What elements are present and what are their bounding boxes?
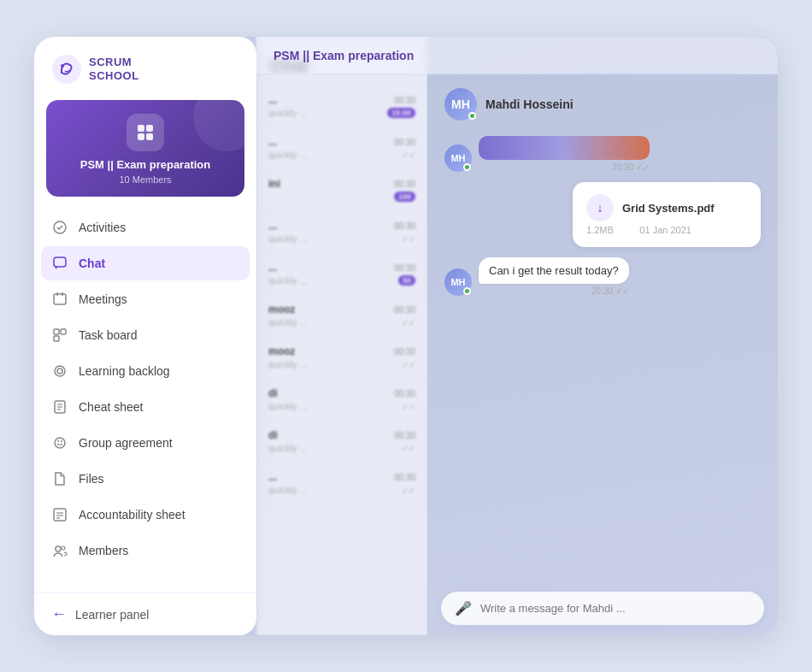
taskboard-icon	[51, 327, 68, 344]
chat-label: Chat	[79, 256, 105, 270]
svg-rect-8	[54, 294, 66, 304]
agreement-label: Group agreement	[79, 436, 173, 450]
sidebar-item-activities[interactable]: Activities	[41, 210, 250, 245]
sidebar-item-cheatsheet[interactable]: Cheat sheet	[41, 390, 250, 424]
group-members: 10 Members	[119, 174, 171, 185]
message-time-2: 20:30 ✓✓	[479, 286, 629, 296]
text-message-row: MH Can i get the result today? 20:30 ✓✓	[444, 257, 761, 296]
sidebar-item-members[interactable]: Members	[41, 533, 250, 568]
chat-list-item[interactable]: ... 00:30 quickly ... 50	[256, 253, 427, 295]
chat-icon	[51, 255, 68, 272]
svg-point-27	[56, 546, 61, 551]
sidebar-item-agreement[interactable]: Group agreement	[41, 426, 250, 460]
recipient-avatar: MH	[444, 88, 477, 121]
learning-icon	[51, 363, 68, 380]
message-input-box: 🎤	[441, 592, 764, 625]
file-details: 1.2MB 01 Jan 2021	[586, 225, 747, 235]
file-size: 1.2MB	[586, 225, 614, 235]
activities-icon	[51, 219, 68, 236]
sender-avatar: MH	[444, 144, 472, 172]
svg-rect-4	[138, 133, 144, 140]
logo-icon	[51, 54, 82, 85]
chat-list-panel: Chat ... 00:30 quickly ... 15:00 ... 00:…	[256, 37, 427, 635]
group-card[interactable]: PSM || Exam preparation 10 Members	[46, 100, 244, 197]
cheatsheet-icon	[51, 398, 68, 416]
svg-point-28	[62, 546, 65, 550]
page-header: PSM || Exam preparation	[256, 37, 778, 74]
main-chat-area: MH Mahdi Hosseini MH 20:30 ✓✓	[427, 37, 778, 635]
message-text: Can i get the result today?	[489, 264, 619, 277]
members-label: Members	[79, 544, 128, 557]
message-input[interactable]	[480, 602, 750, 615]
svg-point-1	[61, 64, 64, 68]
chat-list-item[interactable]: di 00:30 quickly ... ✓✓	[256, 379, 427, 421]
taskboard-label: Task board	[79, 328, 137, 342]
chat-list-item[interactable]: mooz 00:30 quickly ... ✓✓	[256, 337, 427, 379]
app-container: ⋮⋮ ⋮⋮ PSM || Exam preparation SCRUMSCHOO…	[34, 37, 778, 635]
sidebar-item-meetings[interactable]: Meetings	[41, 282, 250, 316]
file-date: 01 Jan 2021	[639, 225, 691, 235]
chat-list-item[interactable]: di 00:30 quickly ... ✓✓	[256, 421, 427, 463]
card-bg-circle	[193, 100, 244, 151]
svg-rect-7	[54, 257, 66, 267]
mic-icon: 🎤	[455, 600, 472, 616]
chat-list-item[interactable]: ... 00:30 quickly ... ✓✓	[256, 127, 427, 169]
breadcrumb: PSM || Exam preparation	[274, 49, 414, 62]
cheatsheet-label: Cheat sheet	[79, 400, 144, 414]
svg-rect-3	[146, 125, 153, 132]
svg-rect-12	[61, 329, 66, 334]
chat-list-item[interactable]: ini 00:30 100	[256, 169, 427, 211]
download-icon[interactable]: ↓	[586, 194, 614, 221]
conversation-header: MH Mahdi Hosseini	[427, 74, 778, 127]
footer-label: Learner panel	[75, 608, 149, 622]
svg-rect-13	[54, 336, 59, 341]
group-icon	[135, 122, 156, 143]
nav-items-list: Activities Chat Meetings Task board	[34, 210, 256, 592]
back-arrow-icon: ←	[51, 605, 67, 623]
image-message-bubble: 20:30 ✓✓	[479, 136, 650, 172]
input-area: 🎤	[427, 581, 778, 635]
svg-point-20	[55, 438, 65, 448]
activities-label: Activities	[79, 221, 126, 234]
text-bubble: Can i get the result today?	[479, 257, 629, 284]
svg-rect-11	[54, 329, 59, 334]
recipient-name: Mahdi Hosseini	[485, 97, 574, 111]
messages-area: MH 20:30 ✓✓ ↓ Grid Syste	[427, 127, 778, 581]
meetings-label: Meetings	[79, 292, 127, 306]
accountability-label: Accountability sheet	[79, 508, 185, 522]
files-label: Files	[79, 472, 104, 486]
chat-list-item[interactable]: ... 00:30 quickly ... 15:00	[256, 85, 427, 127]
message-time: 20:30 ✓✓	[479, 162, 650, 172]
sidebar-item-learning[interactable]: Learning backlog	[41, 354, 250, 388]
svg-point-21	[57, 440, 59, 442]
members-icon	[51, 542, 68, 559]
file-bubble: ↓ Grid Systems.pdf 1.2MB 01 Jan 2021	[573, 182, 761, 247]
learning-label: Learning backlog	[79, 364, 170, 378]
online-dot-2	[463, 287, 471, 295]
online-indicator	[468, 112, 476, 120]
logo-area: SCRUMSCHOOL	[34, 37, 256, 93]
sender-avatar-2: MH	[444, 268, 472, 296]
svg-rect-2	[138, 125, 144, 132]
svg-rect-23	[54, 509, 66, 521]
sidebar-item-taskboard[interactable]: Task board	[41, 318, 250, 352]
file-info: ↓ Grid Systems.pdf	[586, 194, 747, 221]
logo-text: SCRUMSCHOOL	[89, 56, 139, 82]
chat-list-item[interactable]: mooz 00:30 quickly ... ✓✓	[256, 295, 427, 337]
svg-point-15	[57, 368, 62, 374]
files-icon	[51, 470, 68, 487]
accountability-icon	[51, 506, 68, 523]
sidebar: SCRUMSCHOOL PSM || Exam preparation 10 M…	[34, 37, 256, 635]
svg-point-0	[52, 55, 81, 84]
meetings-icon	[51, 291, 68, 308]
group-title: PSM || Exam preparation	[80, 158, 210, 173]
svg-rect-5	[146, 133, 153, 140]
svg-point-22	[61, 440, 62, 442]
learner-panel-footer[interactable]: ← Learner panel	[34, 592, 256, 635]
sidebar-item-accountability[interactable]: Accountability sheet	[41, 498, 250, 532]
chat-list-item[interactable]: ... 00:30 quickly ... ✓✓	[256, 463, 427, 504]
sidebar-item-chat[interactable]: Chat	[41, 246, 250, 280]
chat-list-item[interactable]: ... 00:30 quickly ... ✓✓	[256, 211, 427, 253]
agreement-icon	[51, 434, 68, 451]
sidebar-item-files[interactable]: Files	[41, 462, 250, 496]
